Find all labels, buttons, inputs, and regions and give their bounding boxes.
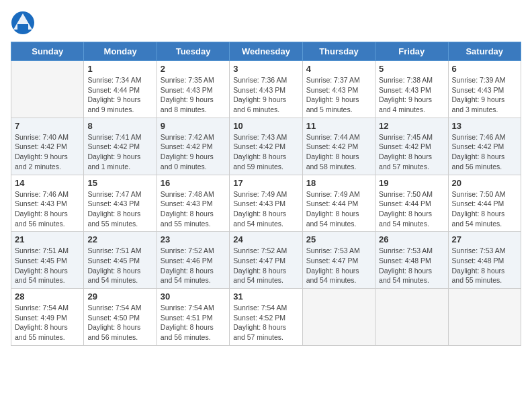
calendar-week-row: 1Sunrise: 7:34 AMSunset: 4:44 PMDaylight… [11, 61, 521, 118]
calendar-cell: 12Sunrise: 7:45 AMSunset: 4:42 PMDayligh… [375, 118, 448, 175]
day-info: Sunrise: 7:46 AMSunset: 4:43 PMDaylight:… [15, 189, 80, 229]
day-info: Sunrise: 7:41 AMSunset: 4:42 PMDaylight:… [87, 132, 152, 172]
calendar-cell: 9Sunrise: 7:42 AMSunset: 4:42 PMDaylight… [157, 118, 229, 175]
calendar-cell: 18Sunrise: 7:49 AMSunset: 4:44 PMDayligh… [302, 175, 375, 232]
weekday-header-saturday: Saturday [448, 42, 521, 61]
day-number: 26 [379, 234, 444, 244]
day-info: Sunrise: 7:40 AMSunset: 4:42 PMDaylight:… [15, 132, 80, 172]
day-number: 29 [87, 291, 152, 302]
day-info: Sunrise: 7:53 AMSunset: 4:48 PMDaylight:… [452, 246, 517, 285]
calendar-cell: 16Sunrise: 7:48 AMSunset: 4:43 PMDayligh… [157, 175, 229, 232]
day-info: Sunrise: 7:38 AMSunset: 4:43 PMDaylight:… [379, 75, 444, 115]
calendar-cell: 15Sunrise: 7:47 AMSunset: 4:43 PMDayligh… [84, 175, 157, 232]
day-number: 12 [379, 121, 444, 131]
day-info: Sunrise: 7:35 AMSunset: 4:43 PMDaylight:… [161, 75, 226, 115]
day-number: 9 [161, 121, 226, 131]
day-info: Sunrise: 7:39 AMSunset: 4:43 PMDaylight:… [452, 75, 517, 115]
calendar-cell [11, 61, 84, 118]
day-number: 30 [161, 291, 226, 302]
day-info: Sunrise: 7:53 AMSunset: 4:47 PMDaylight:… [306, 246, 371, 285]
day-number: 8 [87, 121, 152, 131]
day-info: Sunrise: 7:52 AMSunset: 4:46 PMDaylight:… [161, 246, 226, 285]
day-number: 27 [452, 234, 517, 244]
calendar-cell: 23Sunrise: 7:52 AMSunset: 4:46 PMDayligh… [157, 232, 229, 289]
day-info: Sunrise: 7:47 AMSunset: 4:43 PMDaylight:… [87, 189, 152, 229]
day-number: 28 [15, 291, 80, 302]
day-info: Sunrise: 7:45 AMSunset: 4:42 PMDaylight:… [379, 132, 444, 172]
calendar-cell: 19Sunrise: 7:50 AMSunset: 4:44 PMDayligh… [375, 175, 448, 232]
day-number: 20 [452, 178, 517, 188]
day-info: Sunrise: 7:37 AMSunset: 4:43 PMDaylight:… [306, 75, 371, 115]
weekday-header-monday: Monday [84, 42, 157, 61]
calendar-cell: 8Sunrise: 7:41 AMSunset: 4:42 PMDaylight… [84, 118, 157, 175]
day-number: 21 [15, 234, 80, 244]
day-info: Sunrise: 7:51 AMSunset: 4:45 PMDaylight:… [87, 246, 152, 285]
day-info: Sunrise: 7:42 AMSunset: 4:42 PMDaylight:… [161, 132, 226, 172]
svg-rect-2 [17, 24, 28, 30]
calendar-table: SundayMondayTuesdayWednesdayThursdayFrid… [11, 42, 521, 346]
calendar-cell: 26Sunrise: 7:53 AMSunset: 4:48 PMDayligh… [375, 232, 448, 289]
calendar-cell: 11Sunrise: 7:44 AMSunset: 4:42 PMDayligh… [302, 118, 375, 175]
day-info: Sunrise: 7:52 AMSunset: 4:47 PMDaylight:… [233, 246, 298, 285]
day-number: 15 [87, 178, 152, 188]
weekday-header-wednesday: Wednesday [230, 42, 302, 61]
calendar-cell [375, 289, 448, 346]
day-info: Sunrise: 7:44 AMSunset: 4:42 PMDaylight:… [306, 132, 371, 172]
calendar-cell: 4Sunrise: 7:37 AMSunset: 4:43 PMDaylight… [302, 61, 375, 118]
day-number: 23 [161, 234, 226, 244]
day-number: 19 [379, 178, 444, 188]
day-number: 31 [233, 291, 298, 302]
calendar-cell: 2Sunrise: 7:35 AMSunset: 4:43 PMDaylight… [157, 61, 229, 118]
day-number: 18 [306, 178, 371, 188]
calendar-week-row: 21Sunrise: 7:51 AMSunset: 4:45 PMDayligh… [11, 232, 521, 289]
day-number: 17 [233, 178, 298, 188]
weekday-header-row: SundayMondayTuesdayWednesdayThursdayFrid… [11, 42, 521, 61]
day-info: Sunrise: 7:48 AMSunset: 4:43 PMDaylight:… [161, 189, 226, 229]
calendar-cell: 3Sunrise: 7:36 AMSunset: 4:43 PMDaylight… [230, 61, 302, 118]
calendar-cell: 31Sunrise: 7:54 AMSunset: 4:52 PMDayligh… [230, 289, 302, 346]
day-number: 1 [87, 64, 152, 74]
calendar-cell: 14Sunrise: 7:46 AMSunset: 4:43 PMDayligh… [11, 175, 84, 232]
day-number: 14 [15, 178, 80, 188]
calendar-week-row: 28Sunrise: 7:54 AMSunset: 4:49 PMDayligh… [11, 289, 521, 346]
day-number: 3 [233, 64, 298, 74]
day-info: Sunrise: 7:53 AMSunset: 4:48 PMDaylight:… [379, 246, 444, 285]
calendar-week-row: 7Sunrise: 7:40 AMSunset: 4:42 PMDaylight… [11, 118, 521, 175]
calendar-cell: 28Sunrise: 7:54 AMSunset: 4:49 PMDayligh… [11, 289, 84, 346]
calendar-cell: 17Sunrise: 7:49 AMSunset: 4:43 PMDayligh… [230, 175, 302, 232]
day-number: 13 [452, 121, 517, 131]
day-info: Sunrise: 7:49 AMSunset: 4:43 PMDaylight:… [233, 189, 298, 229]
day-number: 6 [452, 64, 517, 74]
day-info: Sunrise: 7:54 AMSunset: 4:50 PMDaylight:… [87, 303, 152, 342]
day-info: Sunrise: 7:46 AMSunset: 4:42 PMDaylight:… [452, 132, 517, 172]
weekday-header-thursday: Thursday [302, 42, 375, 61]
day-info: Sunrise: 7:50 AMSunset: 4:44 PMDaylight:… [452, 189, 517, 229]
day-number: 10 [233, 121, 298, 131]
day-number: 2 [161, 64, 226, 74]
day-info: Sunrise: 7:49 AMSunset: 4:44 PMDaylight:… [306, 189, 371, 229]
day-info: Sunrise: 7:34 AMSunset: 4:44 PMDaylight:… [87, 75, 152, 115]
weekday-header-tuesday: Tuesday [157, 42, 229, 61]
day-number: 4 [306, 64, 371, 74]
day-number: 22 [87, 234, 152, 244]
day-info: Sunrise: 7:51 AMSunset: 4:45 PMDaylight:… [15, 246, 80, 285]
logo-icon [11, 11, 35, 35]
calendar-cell: 30Sunrise: 7:54 AMSunset: 4:51 PMDayligh… [157, 289, 229, 346]
calendar-cell: 25Sunrise: 7:53 AMSunset: 4:47 PMDayligh… [302, 232, 375, 289]
day-info: Sunrise: 7:54 AMSunset: 4:49 PMDaylight:… [15, 303, 80, 342]
calendar-cell: 5Sunrise: 7:38 AMSunset: 4:43 PMDaylight… [375, 61, 448, 118]
calendar-cell: 27Sunrise: 7:53 AMSunset: 4:48 PMDayligh… [448, 232, 521, 289]
day-number: 25 [306, 234, 371, 244]
calendar-cell: 22Sunrise: 7:51 AMSunset: 4:45 PMDayligh… [84, 232, 157, 289]
calendar-cell: 21Sunrise: 7:51 AMSunset: 4:45 PMDayligh… [11, 232, 84, 289]
calendar-week-row: 14Sunrise: 7:46 AMSunset: 4:43 PMDayligh… [11, 175, 521, 232]
day-info: Sunrise: 7:36 AMSunset: 4:43 PMDaylight:… [233, 75, 298, 115]
calendar-cell: 13Sunrise: 7:46 AMSunset: 4:42 PMDayligh… [448, 118, 521, 175]
day-number: 5 [379, 64, 444, 74]
calendar-cell: 7Sunrise: 7:40 AMSunset: 4:42 PMDaylight… [11, 118, 84, 175]
day-number: 11 [306, 121, 371, 131]
calendar-cell: 6Sunrise: 7:39 AMSunset: 4:43 PMDaylight… [448, 61, 521, 118]
day-number: 24 [233, 234, 298, 244]
day-info: Sunrise: 7:54 AMSunset: 4:52 PMDaylight:… [233, 303, 298, 342]
weekday-header-friday: Friday [375, 42, 448, 61]
